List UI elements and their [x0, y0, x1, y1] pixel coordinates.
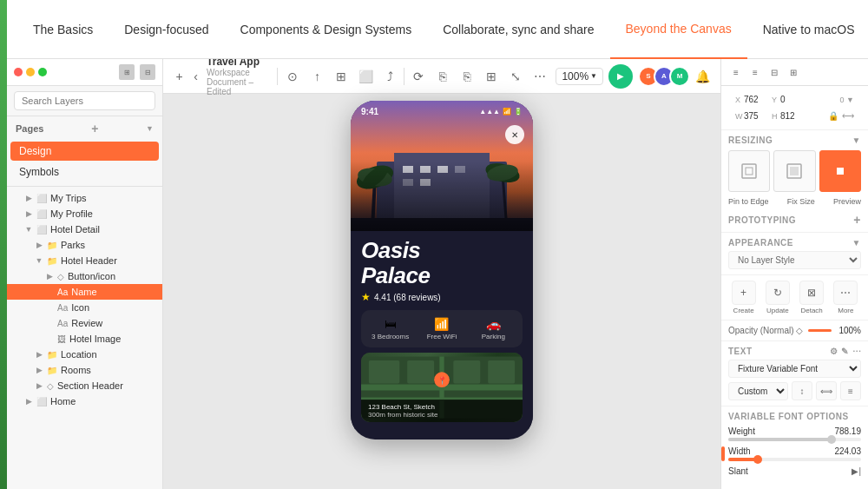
layer-location[interactable]: ▶ 📁 Location	[7, 347, 162, 362]
layer-rooms[interactable]: ▶ 📁 Rooms	[7, 362, 162, 378]
svg-rect-24	[488, 360, 515, 384]
layer-hotel-header[interactable]: ▼ 📁 Hotel Header	[7, 253, 162, 268]
rating-text: 4.41 (68 reviews)	[374, 293, 441, 302]
layer-style-select[interactable]: No Layer Style	[728, 251, 861, 269]
nav-item-components[interactable]: Components & Design Systems	[225, 0, 428, 59]
zoom-control[interactable]: 100% ▼	[556, 68, 603, 85]
paste-icon[interactable]: ⎘	[457, 66, 477, 87]
nav-item-collaborate[interactable]: Collaborate, sync and share	[427, 0, 609, 59]
chevron-icon: ▶	[35, 241, 43, 249]
chevron-icon: ▶	[35, 381, 43, 390]
appearance-toggle[interactable]: ▼	[852, 238, 861, 248]
resize-icon[interactable]: ⤡	[505, 66, 526, 87]
width-header: Width 224.03	[728, 446, 861, 456]
layer-hotel-image[interactable]: 🖼 Hotel Image	[7, 331, 162, 347]
resizing-label: RESIZING	[728, 135, 773, 145]
back-button[interactable]: ‹	[190, 66, 201, 87]
create-button[interactable]: + Create	[732, 281, 756, 314]
layer-hotel-detail[interactable]: ▼ ⬜ Hotel Detail	[7, 221, 162, 237]
nav-item-design-focused[interactable]: Design-focused	[108, 0, 224, 59]
notification-bell-icon[interactable]: 🔔	[695, 69, 710, 83]
cursor-indicator: ▶|	[852, 466, 861, 476]
traffic-light-red[interactable]	[14, 68, 23, 76]
grid2-icon[interactable]: ⊞	[786, 64, 801, 80]
nav-item-basics[interactable]: The Basics	[17, 0, 108, 59]
search-input[interactable]	[14, 91, 155, 110]
link2-icon[interactable]: ⟳	[408, 66, 429, 87]
upload-icon[interactable]: ↑	[306, 66, 327, 87]
amenity-parking: 🚗 Parking	[471, 317, 516, 340]
text-more-icon[interactable]: ⋯	[852, 347, 862, 356]
text-settings-icon[interactable]: ⚙	[830, 347, 838, 356]
layer-label: My Profile	[50, 208, 93, 219]
layer-home[interactable]: ▶ ⬜ Home	[7, 393, 162, 409]
letter-spacing-btn[interactable]: ⟺	[816, 381, 837, 400]
layer-my-profile[interactable]: ▶ ⬜ My Profile	[7, 206, 162, 221]
page-icon: ⬜	[36, 225, 47, 235]
nav-item-native[interactable]: Native to macOS	[747, 0, 868, 59]
update-button[interactable]: ↻ Update	[766, 281, 790, 314]
font-select[interactable]: Fixture Variable Font	[728, 360, 861, 378]
xy-row: X 762 Y 0 0 ▼	[728, 91, 861, 108]
more-button[interactable]: ⋯ More	[833, 281, 858, 314]
opacity-slider[interactable]	[808, 329, 832, 332]
align-left-icon[interactable]: ≡	[728, 64, 744, 80]
traffic-light-green[interactable]	[38, 68, 47, 76]
export-icon[interactable]: ⤴	[379, 66, 400, 87]
width-slider[interactable]	[728, 458, 861, 461]
phone-mockup: 9:41 ▲▲▲ 📶 🔋	[351, 101, 533, 439]
layer-name[interactable]: Aa Name	[7, 284, 162, 300]
detach-button[interactable]: ⊠ Detach	[799, 281, 824, 314]
resizing-toggle[interactable]: ▼	[852, 135, 861, 145]
phone-status-icons: ▲▲▲ 📶 🔋	[479, 108, 523, 116]
add-button[interactable]: +	[174, 66, 185, 87]
resize-option-pin-edge[interactable]	[728, 150, 770, 192]
nav-item-beyond[interactable]: Beyond the Canvas	[610, 0, 747, 59]
page-symbols[interactable]: Symbols	[10, 162, 159, 182]
proto-add-btn[interactable]: +	[853, 213, 861, 227]
layer-label: Review	[71, 318, 102, 328]
layer-button-icon[interactable]: ▶ ◇ Button/icon	[7, 268, 162, 284]
play-button[interactable]: ▶	[608, 64, 633, 89]
layer-section-header[interactable]: ▶ ◇ Section Header	[7, 378, 162, 393]
text-edit-icon[interactable]: ✎	[841, 347, 849, 356]
frame-icon[interactable]: ⬜	[355, 66, 376, 87]
layer-my-trips[interactable]: ▶ ⬜ My Trips	[7, 190, 162, 206]
resize-option-preview[interactable]	[819, 150, 861, 192]
resize-option-fix-size[interactable]	[773, 150, 815, 192]
layers-icon[interactable]: ⊞	[119, 64, 135, 80]
avatar-3: M	[669, 66, 690, 87]
layer-label: Rooms	[61, 365, 91, 375]
phone-frame: 9:41 ▲▲▲ 📶 🔋	[351, 101, 533, 439]
copy-icon[interactable]: ⎘	[432, 66, 453, 87]
layer-parks[interactable]: ▶ 📁 Parks	[7, 237, 162, 253]
align-icon[interactable]: ⊞	[481, 66, 502, 87]
layer-review[interactable]: Aa Review	[7, 315, 162, 331]
more-label: More	[838, 307, 853, 314]
map-address: 123 Beach St, Sketch	[368, 403, 516, 411]
list-icon[interactable]: ⊟	[766, 64, 782, 80]
add-page-button[interactable]: +	[88, 122, 102, 135]
chevron-icon: ▶	[24, 194, 33, 202]
svg-rect-21	[369, 360, 399, 384]
phone-close-button[interactable]: ✕	[505, 125, 524, 144]
weight-slider[interactable]	[728, 438, 861, 441]
page-design[interactable]: Design	[10, 142, 159, 161]
more-icon[interactable]: ⋯	[529, 66, 550, 87]
grid-icon[interactable]: ⊟	[140, 64, 155, 80]
layer-icon[interactable]: Aa Icon	[7, 300, 162, 315]
pages-chevron: ▼	[146, 124, 154, 133]
align-center-icon[interactable]: ≡	[747, 64, 763, 80]
traffic-light-yellow[interactable]	[26, 68, 35, 76]
toolbar-separator-2	[404, 68, 404, 85]
line-height-btn[interactable]: ↕	[792, 381, 812, 400]
text-align-btn[interactable]: ≡	[840, 381, 861, 400]
hotel-name-line1: Oasis	[361, 237, 420, 263]
weight-fill	[728, 438, 832, 441]
font-size-select[interactable]: Custom	[728, 382, 788, 400]
link-icon[interactable]: ⊞	[331, 66, 352, 87]
target-icon[interactable]: ⊙	[282, 66, 303, 87]
doc-subtitle: Workspace Document – Edited	[207, 68, 272, 96]
layer-label: Hotel Header	[61, 255, 117, 266]
font-size-row: Custom ↕ ⟺ ≡	[728, 381, 861, 400]
